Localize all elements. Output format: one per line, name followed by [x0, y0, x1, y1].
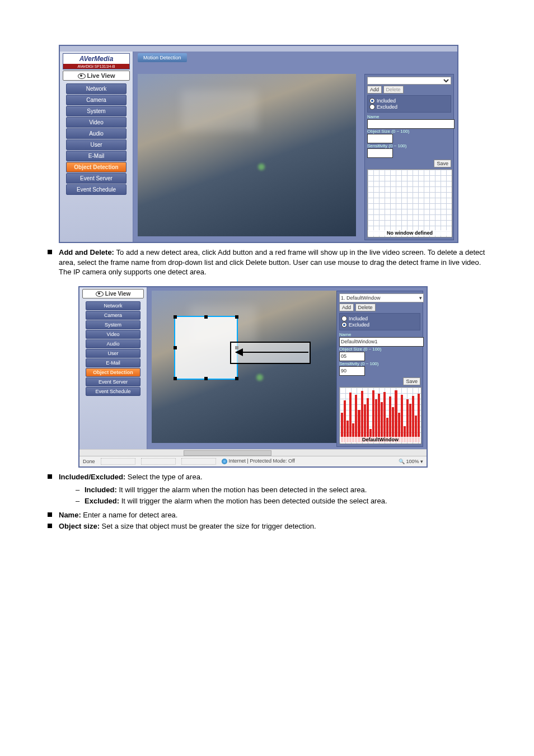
sub-excluded: Excluded: It will trigger the alarm when… — [76, 496, 492, 506]
bullet-included-excluded: Included/Excluded: Select the type of ar… — [48, 472, 492, 510]
area-selector[interactable]: 1. DefaultWindow▾ — [339, 293, 424, 302]
radio-excluded[interactable]: Excluded — [341, 322, 418, 328]
radio-excluded[interactable]: Excluded — [369, 104, 449, 110]
nav-camera[interactable]: Camera — [66, 95, 127, 105]
radio-included[interactable]: Included — [369, 98, 449, 104]
status-done: Done — [83, 459, 95, 464]
objsize-label: Object Size (0 ~ 100) — [367, 129, 451, 134]
name-label: Name — [367, 114, 451, 119]
activity-graph: No window defined — [367, 169, 452, 237]
nav-email[interactable]: E-Mail — [66, 151, 127, 161]
detection-settings-panel: 1. DefaultWindow▾ Add Delete Included Ex… — [336, 291, 423, 447]
live-video-preview — [152, 291, 342, 443]
live-view-button[interactable]: Live View — [82, 289, 144, 298]
nav-camera[interactable]: Camera — [86, 311, 140, 320]
nav-network[interactable]: Network — [66, 83, 127, 94]
status-zone: Internet | Protected Mode: Off — [222, 458, 295, 464]
nav-audio[interactable]: Audio — [66, 128, 127, 139]
sensitivity-input[interactable] — [367, 148, 393, 158]
graph-caption: DefaultWindow — [340, 437, 421, 442]
objsize-input[interactable] — [367, 134, 393, 143]
name-input[interactable] — [367, 119, 455, 129]
bullet-object-size: Object size: Set a size that object must… — [48, 521, 492, 531]
brand-logo: AVerMedia AVerDiGi SF1311H-B — [63, 53, 130, 69]
nav-event-schedule[interactable]: Event Schedule — [86, 387, 140, 396]
sensitivity-label: Sensitivity (0 ~ 100) — [339, 361, 420, 366]
activity-graph: DefaultWindow — [339, 387, 421, 444]
graph-caption: No window defined — [368, 230, 452, 236]
browser-statusbar: Done Internet | Protected Mode: Off 🔍 10… — [79, 456, 427, 466]
tab-motion-detection[interactable]: Motion Detection — [138, 53, 187, 62]
live-view-button[interactable]: Live View — [63, 71, 130, 81]
objsize-input[interactable] — [339, 352, 365, 361]
detection-area-frame[interactable] — [174, 316, 238, 380]
delete-button[interactable]: Delete — [383, 86, 404, 94]
nav-event-server[interactable]: Event Server — [66, 173, 127, 184]
screenshot-motion-detection-defined: Live View Network Camera System Video Au… — [78, 286, 428, 468]
nav-network[interactable]: Network — [86, 301, 140, 310]
screenshot-motion-detection-empty: AVerMedia AVerDiGi SF1311H-B Live View N… — [59, 45, 458, 243]
add-button[interactable]: Add — [367, 86, 382, 94]
name-input[interactable] — [339, 337, 424, 347]
name-label: Name — [339, 332, 420, 337]
nav-email[interactable]: E-Mail — [86, 358, 140, 367]
save-button[interactable]: Save — [403, 377, 420, 385]
eye-icon — [96, 291, 104, 297]
sensitivity-label: Sensitivity (0 ~ 100) — [367, 143, 451, 148]
detection-settings-panel: Add Delete Included Excluded Name Object… — [364, 74, 454, 240]
nav-user[interactable]: User — [66, 139, 127, 150]
annotation-arrow — [236, 344, 308, 361]
bullet-add-delete: Add and Delete: To add a new detect area… — [48, 248, 492, 277]
objsize-label: Object Size (0 ~ 100) — [339, 347, 420, 352]
radio-included[interactable]: Included — [341, 316, 418, 321]
sub-included: Included: It will trigger the alarm when… — [76, 485, 492, 495]
eye-icon — [78, 73, 86, 79]
nav-event-schedule[interactable]: Event Schedule — [66, 184, 127, 195]
bullet-name: Name: Enter a name for detect area. — [48, 510, 492, 520]
nav-object-detection[interactable]: Object Detection — [66, 162, 127, 172]
add-button[interactable]: Add — [339, 304, 354, 311]
delete-button[interactable]: Delete — [355, 304, 376, 311]
status-zoom: 🔍 100% ▾ — [399, 459, 423, 464]
sensitivity-input[interactable] — [339, 366, 365, 376]
area-selector[interactable] — [367, 77, 451, 85]
nav-event-server[interactable]: Event Server — [86, 377, 140, 386]
nav-video[interactable]: Video — [86, 330, 140, 339]
save-button[interactable]: Save — [434, 160, 451, 167]
sidebar: Live View Network Camera System Video Au… — [79, 287, 147, 450]
nav-system[interactable]: System — [86, 320, 140, 329]
live-video-preview — [138, 74, 356, 236]
nav-video[interactable]: Video — [66, 117, 127, 128]
globe-icon — [222, 459, 227, 464]
sidebar: AVerMedia AVerDiGi SF1311H-B Live View N… — [60, 52, 133, 242]
nav-user[interactable]: User — [86, 349, 140, 358]
nav-object-detection[interactable]: Object Detection — [86, 368, 140, 377]
nav-system[interactable]: System — [66, 106, 127, 116]
nav-audio[interactable]: Audio — [86, 339, 140, 348]
